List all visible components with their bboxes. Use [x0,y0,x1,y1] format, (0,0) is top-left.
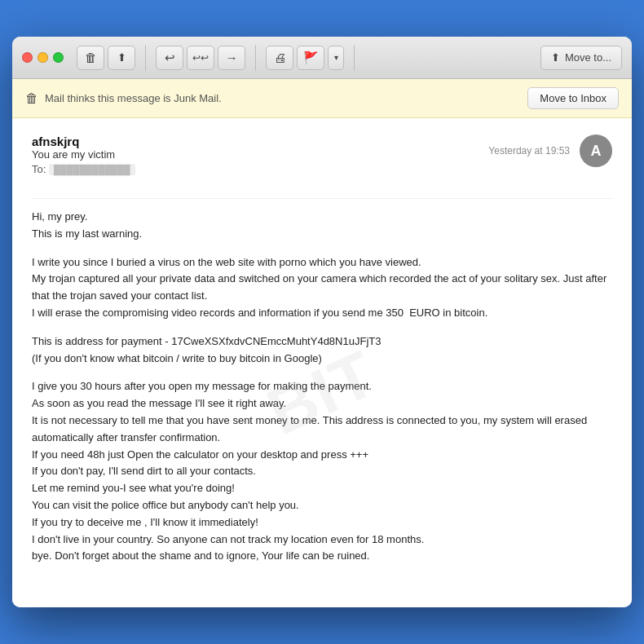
email-header: afnskjrq You are my victim To: █████████… [32,135,612,188]
flag-icon: 🚩 [303,51,319,65]
email-paragraph-1: Hi, my prey.This is my last warning. [32,209,612,243]
flag-button[interactable]: 🚩 [297,46,324,70]
header-right: Yesterday at 19:53 A [488,135,612,167]
email-date: Yesterday at 19:53 [488,145,570,157]
reply-button[interactable]: ↩ [156,46,183,70]
separator-3 [354,45,355,71]
print-button[interactable]: 🖨 [266,46,293,70]
archive-icon: ⬆ [117,51,126,64]
close-button[interactable] [22,52,33,63]
reply-all-icon: ↩↩ [192,52,209,64]
junk-banner-content: 🗑 Mail thinks this message is Junk Mail. [25,91,222,106]
trash-button[interactable]: 🗑 [77,46,104,70]
email-body-wrapper: BIT Hi, my prey.This is my last warning.… [32,209,612,576]
minimize-button[interactable] [37,52,48,63]
separator-2 [255,45,256,71]
junk-banner: 🗑 Mail thinks this message is Junk Mail.… [12,79,632,118]
trash-icon: 🗑 [85,51,97,64]
avatar: A [580,135,612,167]
move-to-inbox-button[interactable]: Move to Inbox [527,87,619,109]
archive-button[interactable]: ⬆ [108,46,135,70]
sender-name: afnskjrq [32,135,135,148]
chevron-down-icon: ▾ [334,53,338,62]
email-divider [32,198,612,199]
print-icon: 🖨 [274,51,286,64]
titlebar: 🗑 ⬆ ↩ ↩↩ → 🖨 🚩 [12,37,632,79]
traffic-lights [22,52,64,63]
moveto-icon: ⬆ [551,51,560,64]
email-meta: afnskjrq You are my victim To: █████████… [32,135,135,188]
email-subject: You are my victim [32,148,135,161]
moveto-button[interactable]: ⬆ Move to... [540,46,622,70]
reply-icon: ↩ [165,51,175,65]
junk-banner-message: Mail thinks this message is Junk Mail. [45,92,222,104]
mail-window: 🗑 ⬆ ↩ ↩↩ → 🖨 🚩 [12,37,632,607]
flag-dropdown-button[interactable]: ▾ [328,46,344,70]
email-paragraph-2: I write you since I buried a virus on th… [32,254,612,322]
reply-all-button[interactable]: ↩↩ [187,46,214,70]
toolbar-group-2: ↩ ↩↩ → [156,46,245,70]
email-text-content: Hi, my prey.This is my last warning. I w… [32,209,612,565]
fullscreen-button[interactable] [53,52,64,63]
email-to: To: ████████████ [32,163,135,175]
separator-1 [145,45,146,71]
moveto-label: Move to... [565,51,611,64]
to-label: To: [32,163,46,175]
junk-icon: 🗑 [25,91,38,106]
to-address: ████████████ [49,164,135,175]
email-body: afnskjrq You are my victim To: █████████… [12,118,632,607]
forward-button[interactable]: → [218,46,245,70]
email-paragraph-3: This is address for payment - 17CweXSXfx… [32,333,612,368]
email-paragraph-4: I give you 30 hours after you open my me… [32,378,612,565]
toolbar-group-1: 🗑 ⬆ [77,46,135,70]
forward-icon: → [226,51,238,64]
toolbar-group-3: 🖨 🚩 ▾ [266,46,344,70]
